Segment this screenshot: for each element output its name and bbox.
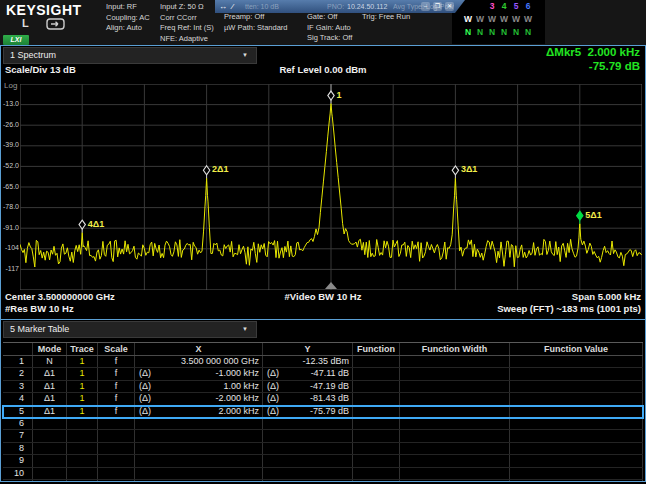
marker-table-row[interactable]: 7 [3, 430, 643, 442]
trace-number[interactable]: 3 [486, 1, 498, 11]
cell-mode [33, 455, 67, 466]
x-value: -2.000 kHz [215, 393, 259, 404]
cell-x [135, 443, 263, 454]
cell-row-number: 7 [3, 430, 33, 441]
column-header: Function Width [400, 343, 510, 355]
cell-function-value [510, 443, 643, 454]
trace-state-panel[interactable]: 3456WWWWWWNNNNNN [452, 0, 545, 44]
cell-trace: 1 [67, 368, 98, 379]
marker-table: ModeTraceScaleXYFunctionFunction WidthFu… [3, 342, 643, 482]
signal-icon[interactable]: ⁄ [232, 0, 233, 13]
y-delta-flag: (Δ) [267, 406, 279, 417]
x-delta-flag: (Δ) [139, 393, 151, 404]
marker-table-row[interactable]: 4Δ11f(Δ)-2.000 kHz(Δ)-81.43 dB [3, 393, 643, 405]
minimize-icon[interactable]: – [421, 2, 430, 11]
cell-trace [67, 480, 98, 482]
y-axis-label: -26.0 [1, 121, 19, 128]
marker-table-row[interactable]: 2Δ11f(Δ)-1.000 kHz(Δ)-47.11 dB [3, 368, 643, 380]
trace-display-letter[interactable]: N [510, 27, 522, 37]
y-axis-label: -104 [1, 244, 19, 251]
marker-diamond-icon[interactable] [452, 166, 458, 175]
readout-label: ΔMkr5 [546, 46, 581, 58]
trace-detector-letter[interactable]: W [510, 14, 522, 24]
cell-row-number: 3 [3, 381, 33, 392]
trace-number[interactable]: 5 [510, 1, 522, 11]
marker-diamond-icon[interactable] [328, 91, 334, 100]
marker-table-row[interactable]: 3Δ11f(Δ)1.00 kHz(Δ)-47.19 dB [3, 381, 643, 393]
cell-function [353, 418, 400, 429]
cell-x: (Δ)2.000 kHz [135, 406, 263, 417]
pan-arrows-icon[interactable]: ↔ [219, 0, 227, 13]
cell-function-width [400, 393, 510, 404]
cell-function-value [510, 430, 643, 441]
marker-table-row[interactable]: 1N1f3.500 000 000 GHz-12.35 dBm [3, 356, 643, 368]
chevron-down-icon[interactable]: ▼ [242, 326, 248, 332]
column-header: Trace [67, 343, 98, 355]
cell-function [353, 480, 400, 482]
marker-table-row[interactable]: 9 [3, 455, 643, 467]
cell-trace: 1 [67, 406, 98, 417]
cell-function-value [510, 381, 643, 392]
cell-row-number: 6 [3, 418, 33, 429]
y-value: -47.19 dB [310, 381, 349, 392]
column-header: Scale [98, 343, 135, 355]
span-annotation: Span 5.000 kHz [572, 291, 641, 302]
cell-x: 3.500 000 000 GHz [135, 356, 263, 367]
y-axis-label: -91.0 [1, 224, 19, 231]
trace-display-letter[interactable]: N [498, 27, 510, 37]
trace-number[interactable]: 4 [498, 1, 510, 11]
top-status-bar: KEYSIGHT L LXI Input: RF Coupling: AC Al… [0, 0, 646, 45]
y-axis-label: -117 [1, 265, 19, 272]
cell-function-width [400, 368, 510, 379]
spectrum-plot[interactable]: 12Δ13Δ14Δ15Δ1 [20, 84, 642, 290]
cell-function [353, 356, 400, 367]
cell-function [353, 430, 400, 441]
cell-y: (Δ)-47.11 dB [263, 368, 353, 379]
marker-table-row[interactable]: 5Δ11f(Δ)2.000 kHz(Δ)-75.79 dB [3, 406, 643, 418]
cell-mode: Δ1 [33, 368, 67, 379]
trace-display-letter[interactable]: N [486, 27, 498, 37]
y-axis-label: -78.0 [1, 203, 19, 210]
cell-x: (Δ)-2.000 kHz [135, 393, 263, 404]
spectrum-window: 1 Spectrum ▼ ΔMkr5 2.000 kHz -75.79 dB S… [0, 45, 646, 321]
cell-x [135, 430, 263, 441]
trace-detector-letter[interactable]: W [486, 14, 498, 24]
status-column: Gate: Off IF Gain: Auto Sig Track: Off [307, 12, 352, 44]
cell-scale [98, 468, 135, 479]
remote-viewer-titlebar[interactable]: ↔ ⁄ tten: 10 dB PNO: 10.24.50.112 Avg Ty… [215, 0, 465, 13]
marker-table-window: 5 Marker Table ▼ ModeTraceScaleXYFunctio… [0, 319, 646, 482]
trace-detector-letter[interactable]: W [498, 14, 510, 24]
marker-table-row[interactable]: 8 [3, 443, 643, 455]
marker-label: 3Δ1 [461, 164, 477, 174]
trace-detector-letter[interactable]: W [462, 14, 474, 24]
marker-table-selector[interactable]: 5 Marker Table ▼ [3, 321, 257, 338]
ref-level-label: Ref Level 0.00 dBm [279, 64, 366, 75]
trace-detector-letter[interactable]: W [522, 14, 534, 24]
trace-display-letter[interactable]: N [462, 27, 474, 37]
x-delta-flag: (Δ) [139, 368, 151, 379]
marker-diamond-icon[interactable] [203, 166, 209, 175]
cell-function [353, 468, 400, 479]
y-delta-flag: (Δ) [267, 368, 279, 379]
trace-display-letter[interactable]: N [522, 27, 534, 37]
chevron-down-icon[interactable]: ▼ [242, 52, 248, 58]
cell-x: (Δ)-1.000 kHz [135, 368, 263, 379]
cell-row-number: 4 [3, 393, 33, 404]
spectrum-view-selector[interactable]: 1 Spectrum ▼ [3, 47, 257, 64]
cell-trace [67, 468, 98, 479]
cell-row-number: 5 [3, 406, 33, 417]
close-icon[interactable]: ✕ [445, 2, 454, 11]
trace-number[interactable]: 6 [522, 1, 534, 11]
sweep-mode-letter: L [22, 17, 29, 29]
trace-detector-letter[interactable]: W [474, 14, 486, 24]
marker-table-row[interactable]: 11 [3, 480, 643, 482]
marker-diamond-icon[interactable] [577, 211, 583, 220]
maximize-icon[interactable]: ❐ [433, 2, 442, 11]
remote-title-text: 10.24.50.112 [347, 0, 387, 13]
marker-table-row[interactable]: 6 [3, 418, 643, 430]
cell-x [135, 468, 263, 479]
cell-scale [98, 418, 135, 429]
marker-table-row[interactable]: 10 [3, 468, 643, 480]
continuous-sweep-icon[interactable] [46, 18, 66, 31]
trace-display-letter[interactable]: N [474, 27, 486, 37]
